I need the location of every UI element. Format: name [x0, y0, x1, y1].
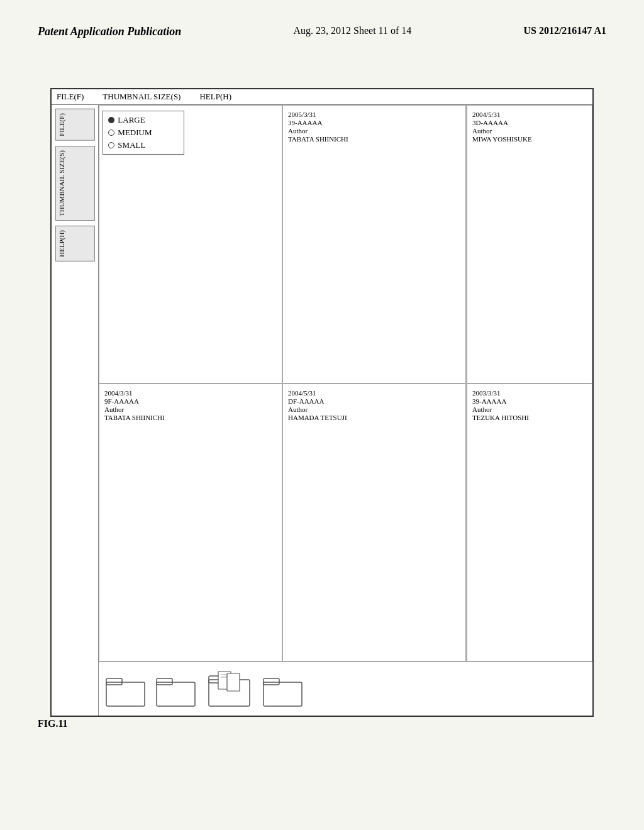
card-3-author-name: TEZUKA HITOSHI [472, 414, 587, 421]
svg-rect-2 [157, 682, 195, 706]
card-2-code: 3D-AAAAA [472, 119, 587, 126]
diagram-area: FILE(F) THUMBNAIL SIZE(S) LARGE MEDIUM [50, 88, 594, 717]
menu-thumbnail-size[interactable]: THUMBNAIL SIZE(S) LARGE MEDIUM [103, 92, 180, 102]
svg-rect-9 [227, 673, 240, 691]
card-3: 2003/3/31 39-AAAAA Author TEZUKA HITOSHI [467, 384, 592, 662]
radio-large-icon [108, 117, 114, 123]
card-5-author-name: HAMADA TETSUJI [288, 414, 460, 421]
sheet-info: Aug. 23, 2012 Sheet 11 of 14 [293, 25, 411, 36]
folder-area [99, 662, 592, 716]
radio-medium-icon [108, 130, 114, 136]
card-3-author-label: Author [472, 406, 587, 413]
card-2-date: 2004/5/31 [472, 111, 587, 118]
card-4-author-name: TABATA SHIINICHI [104, 414, 277, 421]
sidebar-btn-thumbnail[interactable]: THUMBNAIL SIZE(S) [55, 146, 95, 221]
left-sidebar: FILE(F) THUMBNAIL SIZE(S) HELP(H) [52, 105, 99, 716]
menu-help[interactable]: HELP(H) [199, 92, 231, 102]
card-2-author-label: Author [472, 127, 587, 135]
svg-rect-3 [157, 678, 172, 685]
sidebar-btn-file[interactable]: FILE(F) [55, 109, 95, 141]
folder-4-icon [262, 675, 303, 709]
folder-3-icon [206, 668, 253, 709]
folder-1[interactable] [105, 675, 146, 709]
folder-1-icon [105, 675, 146, 709]
card-5-author-label: Author [288, 406, 460, 413]
card-1-code: 39-AAAAA [288, 119, 460, 126]
card-1-author-label: Author [288, 127, 460, 135]
patent-number: US 2012/216147 A1 [523, 25, 606, 36]
card-2: 2004/5/31 3D-AAAAA Author MIWA YOSHISUKE [467, 105, 592, 384]
card-1: 2005/3/31 39-AAAAA Author TABATA SHIINIC… [282, 105, 466, 384]
card-5-code: DF-AAAAA [288, 397, 460, 405]
svg-rect-1 [106, 678, 122, 685]
card-5: 2004/5/31 DF-AAAAA Author HAMADA TETSUJI [282, 384, 466, 662]
folder-4[interactable] [262, 675, 303, 709]
size-dropdown: LARGE MEDIUM SMALL [103, 111, 184, 155]
fig-label: FIG.11 [38, 718, 68, 729]
header: Patent Application Publication Aug. 23, … [0, 0, 644, 51]
card-4-author-label: Author [104, 406, 277, 413]
card-2-author-name: MIWA YOSHISUKE [472, 135, 587, 143]
menu-file[interactable]: FILE(F) [57, 92, 84, 102]
folder-3[interactable] [206, 668, 253, 709]
size-large[interactable]: LARGE [106, 114, 181, 126]
sidebar-btn-help[interactable]: HELP(H) [55, 226, 95, 262]
card-4-code: 9F-AAAAA [104, 397, 277, 405]
folder-2-icon [155, 675, 196, 709]
size-medium[interactable]: MEDIUM [106, 126, 181, 139]
card-5-date: 2004/5/31 [288, 389, 460, 397]
folder-2[interactable] [155, 675, 196, 709]
diagram-inner: FILE(F) THUMBNAIL SIZE(S) LARGE MEDIUM [52, 89, 592, 716]
diagram-body: FILE(F) THUMBNAIL SIZE(S) HELP(H) 2004/3… [52, 105, 592, 716]
svg-rect-10 [264, 682, 302, 706]
card-1-author-name: TABATA SHIINICHI [288, 135, 460, 143]
publication-label: Patent Application Publication [38, 25, 181, 38]
card-4: 2004/3/31 9F-AAAAA Author TABATA SHIINIC… [99, 384, 282, 662]
svg-rect-0 [106, 682, 145, 706]
radio-small-icon [108, 142, 114, 148]
card-3-date: 2003/3/31 [472, 389, 587, 397]
card-1-date: 2005/3/31 [288, 111, 460, 118]
card-4-date: 2004/3/31 [104, 389, 277, 397]
menu-bar: FILE(F) THUMBNAIL SIZE(S) LARGE MEDIUM [52, 89, 592, 105]
size-small[interactable]: SMALL [106, 139, 181, 152]
svg-rect-11 [264, 678, 279, 685]
card-3-code: 39-AAAAA [472, 397, 587, 405]
center-content: 2004/3/31 39-AAAAA Author TABATA SHIINIC… [99, 105, 592, 716]
page: Patent Application Publication Aug. 23, … [0, 0, 644, 830]
